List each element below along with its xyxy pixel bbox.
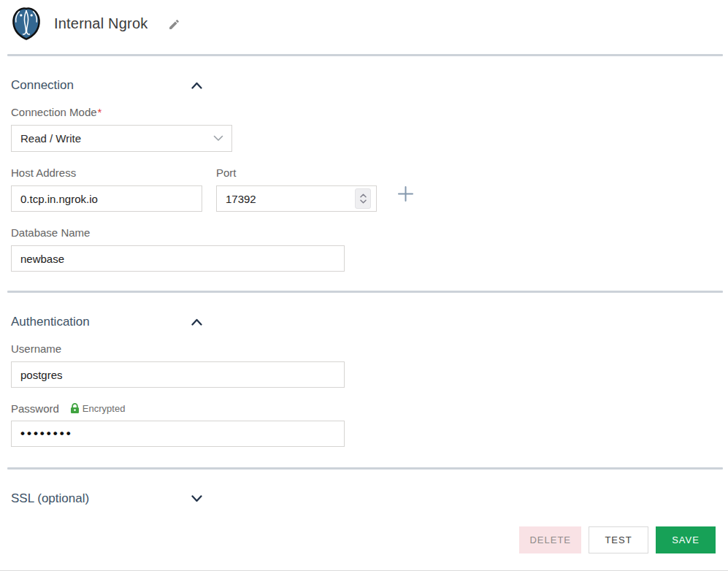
- username-input[interactable]: [11, 361, 345, 388]
- section-connection: Connection Connection Mode* Read / Write…: [0, 56, 728, 272]
- port-label: Port: [216, 166, 377, 179]
- database-name-label: Database Name: [11, 226, 728, 239]
- section-title: SSL (optional): [11, 491, 89, 506]
- port-input-wrap: [216, 179, 377, 212]
- section-authentication: Authentication Username Password Encrypt…: [0, 293, 728, 447]
- section-header-ssl[interactable]: SSL (optional): [11, 470, 202, 506]
- required-asterisk: *: [98, 106, 102, 118]
- username-label: Username: [11, 342, 728, 355]
- connection-mode-label: Connection Mode*: [11, 106, 728, 118]
- plus-icon: [397, 185, 414, 202]
- form-header: Internal Ngrok: [0, 0, 728, 47]
- section-header-authentication[interactable]: Authentication: [11, 293, 202, 329]
- page-title: Internal Ngrok: [54, 15, 147, 32]
- password-label: Password: [11, 402, 59, 415]
- connection-mode-value: Read / Write: [20, 132, 81, 145]
- section-header-connection[interactable]: Connection: [11, 56, 202, 93]
- port-stepper[interactable]: [355, 188, 371, 209]
- host-field: Host Address: [11, 152, 202, 212]
- add-host-button[interactable]: [397, 185, 414, 202]
- form-actions: DELETE TEST SAVE: [0, 526, 716, 553]
- pencil-icon: [168, 18, 180, 31]
- host-address-label: Host Address: [11, 166, 202, 179]
- connection-mode-select[interactable]: Read / Write: [11, 125, 232, 152]
- delete-button[interactable]: DELETE: [519, 526, 581, 553]
- port-field: Port: [216, 152, 377, 212]
- section-title: Authentication: [11, 315, 90, 329]
- chevron-down-icon[interactable]: [191, 495, 202, 502]
- chevron-up-icon[interactable]: [191, 82, 202, 89]
- database-connection-form: Internal Ngrok Connection Connection Mod…: [0, 0, 728, 571]
- stepper-down-icon[interactable]: [360, 199, 367, 204]
- host-address-input[interactable]: [11, 185, 202, 212]
- section-ssl: SSL (optional): [0, 470, 728, 506]
- postgresql-logo-icon: [9, 6, 44, 41]
- host-port-row: Host Address Port: [11, 152, 728, 212]
- password-input[interactable]: [11, 421, 345, 447]
- port-input[interactable]: [216, 185, 377, 212]
- test-button[interactable]: TEST: [589, 526, 648, 553]
- password-label-row: Password Encrypted: [11, 402, 728, 415]
- database-name-input[interactable]: [11, 245, 345, 272]
- edit-title-button[interactable]: [168, 18, 180, 31]
- save-button[interactable]: SAVE: [656, 526, 716, 553]
- stepper-up-icon[interactable]: [360, 193, 367, 198]
- lock-icon: [70, 403, 80, 414]
- section-title: Connection: [11, 78, 74, 93]
- encrypted-badge: Encrypted: [83, 403, 126, 414]
- chevron-down-icon: [213, 135, 223, 142]
- chevron-up-icon[interactable]: [191, 318, 202, 326]
